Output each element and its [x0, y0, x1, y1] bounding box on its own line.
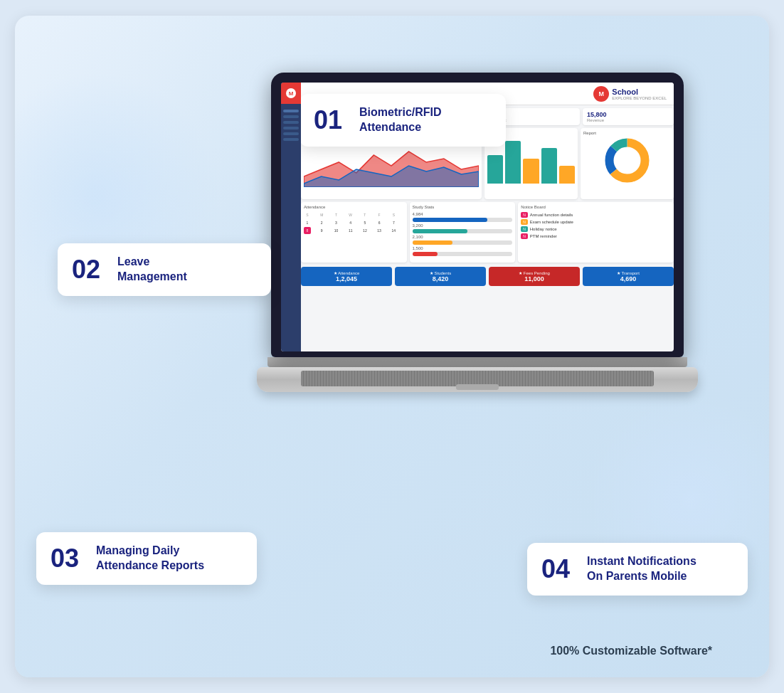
progress-bar-fill-1 [413, 218, 487, 222]
notice-item-3: N Holiday notice [521, 226, 671, 233]
logo-area: M School EXPLORE BEYOND EXCEL [593, 86, 667, 102]
feature-num-01: 01 [314, 107, 349, 133]
logo-tagline: EXPLORE BEYOND EXCEL [612, 96, 667, 100]
btn-fees: ★ Fees Pending 11,000 [489, 267, 580, 286]
progress-bar-bg-4 [413, 252, 513, 256]
calendar-widget: Attendance S M T W T F S 1 [301, 202, 407, 263]
feature-text-03: Managing DailyAttendance Reports [96, 544, 204, 573]
notice-badge-4: N [521, 233, 528, 239]
cal-cell: 10 [332, 227, 339, 234]
stat-card-4: 15,800 Revenue [583, 108, 674, 125]
notice-items: N Annual function details N Exam schedul… [521, 211, 671, 240]
progress-bar-bg-3 [413, 240, 513, 245]
feature-num-03: 03 [51, 546, 86, 571]
cal-cell: S [304, 211, 311, 218]
btn-transport: ★ Transport 4,690 [583, 267, 674, 286]
cal-cell: 4 [347, 219, 354, 226]
cal-cell: 3 [332, 219, 339, 226]
feature-num-04: 04 [541, 556, 577, 582]
feature-num-02: 02 [72, 257, 107, 282]
laptop-hinge [267, 357, 687, 367]
cal-cell-highlight: 8 [304, 227, 311, 234]
btn-students: ★ Students 8,420 [395, 267, 486, 286]
cal-cell: 2 [318, 219, 325, 226]
btn-students-num: 8,420 [398, 275, 482, 282]
progress-label-1: 4,984 [413, 212, 513, 216]
cal-cell: 13 [376, 227, 383, 234]
cal-cell: 7 [390, 219, 397, 226]
cal-cell: 1 [304, 219, 311, 226]
btn-attendance-num: 1,2,045 [304, 275, 388, 282]
calendar-title: Attendance [304, 205, 404, 209]
cal-cell: M [318, 211, 325, 218]
laptop-base [257, 367, 698, 392]
notice-text-4: PTM reminder [530, 234, 557, 238]
notice-badge-1: N [521, 212, 528, 218]
btn-transport-num: 4,690 [586, 275, 670, 282]
progress-label-2: 3,200 [413, 223, 513, 228]
notice-text-3: Holiday notice [530, 227, 557, 231]
donut-chart-title: Report [583, 131, 671, 135]
logo-icon: M [593, 86, 609, 102]
dashboard-sidebar: M [281, 83, 301, 351]
feature-card-04: 04 Instant NotificationsOn Parents Mobil… [527, 543, 748, 596]
cal-cell: 6 [376, 219, 383, 226]
laptop-trackpad [456, 384, 499, 390]
feature-card-02: 02 LeaveManagement [58, 243, 271, 296]
cal-cell: 5 [361, 219, 369, 226]
cal-cell: 14 [390, 227, 397, 234]
charts-row-2: Attendance S M T W T F S 1 [301, 202, 674, 263]
cal-cell: T [332, 211, 339, 218]
cal-cell: W [347, 211, 354, 218]
progress-bar-fill-2 [413, 229, 467, 233]
cal-cell: 12 [361, 227, 369, 234]
feature-text-01: Biometric/RFIDAttendance [359, 105, 442, 135]
btn-fees-label: ★ Fees Pending [492, 270, 576, 275]
feature-card-01: 01 Biometric/RFIDAttendance [300, 94, 506, 147]
bottom-buttons: ★ Attendance 1,2,045 ★ Students 8,420 ★ … [301, 267, 674, 286]
btn-transport-label: ★ Transport [586, 270, 670, 275]
study-stats-card: Study Stats 4,984 3,200 [410, 202, 516, 263]
notice-text-1: Annual function details [530, 213, 573, 217]
feature-text-04: Instant NotificationsOn Parents Mobile [587, 554, 696, 584]
footer-text: 100% Customizable Software* [550, 645, 712, 657]
donut-chart [583, 137, 671, 184]
cal-cell: 9 [318, 227, 325, 234]
btn-attendance-label: ★ Attendance [304, 270, 388, 275]
stat-num-4: 15,800 [587, 111, 669, 118]
study-stats-title: Study Stats [413, 205, 513, 209]
progress-bar-bg-1 [413, 218, 513, 222]
btn-fees-num: 11,000 [492, 275, 576, 282]
notice-badge-3: N [521, 226, 528, 232]
feature-card-03: 03 Managing DailyAttendance Reports [36, 532, 257, 585]
progress-bar-fill-4 [413, 252, 438, 256]
btn-attendance: ★ Attendance 1,2,045 [301, 267, 392, 286]
notice-item-4: N PTM reminder [521, 233, 671, 240]
notice-text-2: Exam schedule update [530, 220, 573, 224]
logo-text: School [612, 88, 667, 96]
cal-cell: T [361, 211, 369, 218]
progress-label-4: 1,500 [413, 246, 513, 250]
progress-bar-bg-2 [413, 229, 513, 233]
main-container: M [15, 16, 769, 677]
stat-label-4: Revenue [587, 118, 669, 122]
progress-bar-fill-3 [413, 240, 452, 245]
calendar-grid: S M T W T F S 1 2 3 [304, 211, 404, 234]
notice-board-card: Notice Board N Annual function details N… [518, 202, 674, 263]
cal-cell: S [390, 211, 397, 218]
progress-label-3: 2,100 [413, 235, 513, 239]
notice-item-1: N Annual function details [521, 211, 671, 218]
cal-cell: 11 [347, 227, 354, 234]
donut-chart-card: Report [581, 128, 674, 199]
svg-point-3 [618, 151, 637, 171]
notice-item-2: N Exam schedule update [521, 218, 671, 226]
btn-students-label: ★ Students [398, 270, 482, 275]
cal-cell: F [376, 211, 383, 218]
feature-text-02: LeaveManagement [117, 255, 187, 285]
notice-board-title: Notice Board [521, 205, 671, 209]
progress-bars: 4,984 3,200 2,100 [413, 212, 513, 256]
notice-badge-2: N [521, 219, 528, 225]
